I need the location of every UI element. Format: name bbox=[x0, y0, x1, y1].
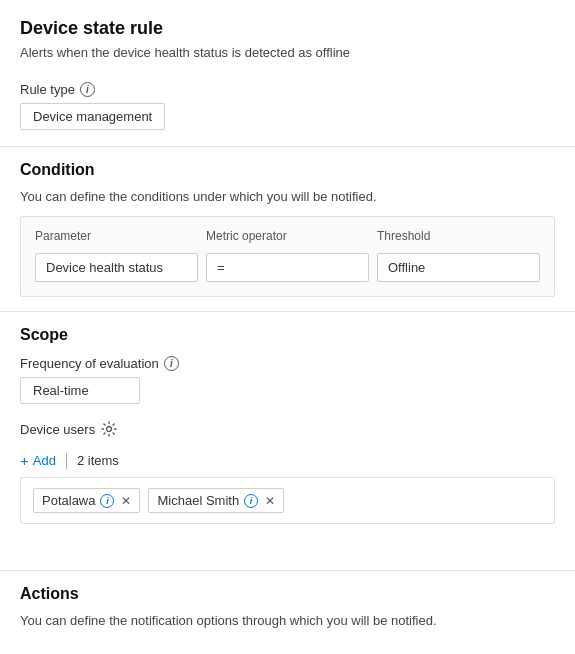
condition-table-row: Device health status = Offline bbox=[35, 253, 540, 282]
page-container: Device state rule Alerts when the device… bbox=[0, 0, 575, 654]
tag-potalawa-info-icon[interactable]: i bbox=[100, 494, 114, 508]
frequency-value: Real-time bbox=[20, 377, 140, 404]
condition-threshold: Offline bbox=[377, 253, 540, 282]
tag-michael-smith: Michael Smith i ✕ bbox=[148, 488, 284, 513]
condition-table: Parameter Metric operator Threshold Devi… bbox=[35, 229, 540, 282]
condition-parameter: Device health status bbox=[35, 253, 198, 282]
col-operator: Metric operator bbox=[206, 229, 369, 243]
tags-container: Potalawa i ✕ Michael Smith i ✕ bbox=[20, 477, 555, 524]
plus-icon: + bbox=[20, 452, 29, 469]
condition-box: Parameter Metric operator Threshold Devi… bbox=[20, 216, 555, 297]
spacer bbox=[0, 540, 575, 560]
tag-michael-smith-name: Michael Smith bbox=[157, 493, 239, 508]
device-users-section: Device users + Add 2 items bbox=[0, 416, 575, 534]
tag-potalawa-name: Potalawa bbox=[42, 493, 95, 508]
device-users-settings-icon[interactable] bbox=[100, 420, 118, 438]
page-title: Device state rule bbox=[20, 18, 555, 39]
rule-type-value: Device management bbox=[20, 103, 165, 130]
condition-section: Condition You can define the conditions … bbox=[0, 147, 575, 297]
rule-type-info-icon[interactable]: i bbox=[80, 82, 95, 97]
condition-description: You can define the conditions under whic… bbox=[0, 185, 575, 216]
add-bar: + Add 2 items bbox=[20, 444, 555, 477]
page-subtitle: Alerts when the device health status is … bbox=[20, 45, 555, 60]
actions-section: Actions You can define the notification … bbox=[0, 570, 575, 640]
header-section: Device state rule Alerts when the device… bbox=[0, 0, 575, 72]
condition-table-header: Parameter Metric operator Threshold bbox=[35, 229, 540, 243]
frequency-section: Frequency of evaluation i Real-time bbox=[0, 350, 575, 416]
frequency-label: Frequency of evaluation i bbox=[20, 356, 555, 371]
tag-potalawa-close[interactable]: ✕ bbox=[121, 494, 131, 508]
svg-point-0 bbox=[107, 427, 112, 432]
tag-potalawa: Potalawa i ✕ bbox=[33, 488, 140, 513]
add-bar-divider bbox=[66, 453, 67, 469]
add-device-user-button[interactable]: + Add bbox=[20, 452, 56, 469]
rule-type-section: Rule type i Device management bbox=[0, 72, 575, 146]
condition-title: Condition bbox=[0, 147, 575, 185]
device-users-label: Device users bbox=[20, 420, 555, 438]
tag-michael-smith-info-icon[interactable]: i bbox=[244, 494, 258, 508]
scope-title: Scope bbox=[0, 312, 575, 350]
col-threshold: Threshold bbox=[377, 229, 540, 243]
rule-type-label: Rule type i bbox=[20, 82, 555, 97]
actions-description: You can define the notification options … bbox=[0, 609, 575, 640]
col-parameter: Parameter bbox=[35, 229, 198, 243]
frequency-info-icon[interactable]: i bbox=[164, 356, 179, 371]
actions-title: Actions bbox=[0, 571, 575, 609]
add-label: Add bbox=[33, 453, 56, 468]
items-count: 2 items bbox=[77, 453, 119, 468]
tag-michael-smith-close[interactable]: ✕ bbox=[265, 494, 275, 508]
condition-operator: = bbox=[206, 253, 369, 282]
scope-section: Scope Frequency of evaluation i Real-tim… bbox=[0, 312, 575, 540]
